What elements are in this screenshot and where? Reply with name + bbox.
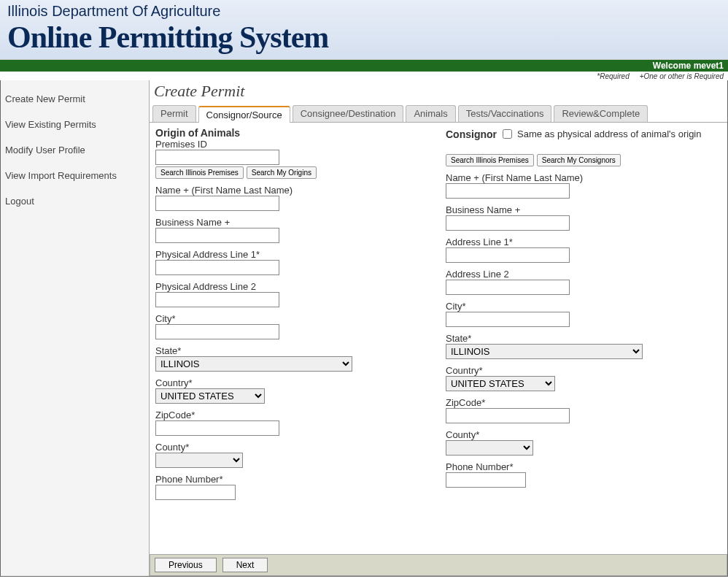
consignor-zip-label: ZipCode* — [446, 397, 721, 408]
next-button[interactable]: Next — [222, 558, 268, 572]
origin-business-label: Business Name + — [155, 217, 431, 228]
origin-city-label: City* — [155, 313, 431, 324]
consignor-county-label: County* — [446, 429, 721, 440]
sidebar-item-modify-user-profile[interactable]: Modify User Profile — [1, 137, 149, 163]
origin-name-label: Name + (First Name Last Name) — [155, 185, 431, 196]
premises-id-label: Premises ID — [155, 139, 431, 150]
origin-zip-input[interactable] — [155, 420, 279, 436]
origin-phone-label: Phone Number* — [155, 474, 431, 485]
welcome-bar: Welcome mevet1 — [0, 60, 728, 72]
sidebar: Create New Permit View Existing Permits … — [1, 80, 150, 576]
tab-consignee-destination[interactable]: Consignee/Destination — [293, 105, 404, 122]
sidebar-item-create-new-permit[interactable]: Create New Permit — [1, 86, 149, 112]
app-shell: Create New Permit View Existing Permits … — [0, 80, 728, 577]
origin-state-select[interactable]: ILLINOIS — [155, 356, 352, 372]
origin-phone-input[interactable] — [155, 485, 236, 500]
required-hints: *Required +One or other is Required — [0, 72, 728, 80]
search-my-origins-button[interactable]: Search My Origins — [247, 166, 317, 179]
origin-county-select[interactable] — [155, 453, 243, 468]
origin-column: Origin of Animals Premises ID Search Ill… — [155, 127, 431, 548]
department-name: Illinois Department Of Agriculture — [7, 3, 721, 20]
origin-business-input[interactable] — [155, 228, 279, 243]
tab-permit[interactable]: Permit — [152, 105, 196, 122]
consignor-column: Consignor Same as physical address of an… — [446, 127, 721, 548]
consignor-addr2-label: Address Line 2 — [446, 269, 721, 280]
tab-bar: Permit Consignor/Source Consignee/Destin… — [150, 105, 727, 123]
origin-country-select[interactable]: UNITED STATES — [155, 388, 265, 404]
tab-animals[interactable]: Animals — [406, 105, 455, 122]
consignor-addr2-input[interactable] — [446, 280, 570, 295]
consignor-state-label: State* — [446, 333, 721, 344]
sidebar-item-view-existing-permits[interactable]: View Existing Permits — [1, 112, 149, 137]
consignor-addr1-label: Address Line 1* — [446, 237, 721, 247]
same-as-origin-checkbox[interactable] — [503, 129, 512, 139]
consignor-zip-input[interactable] — [446, 408, 570, 423]
origin-country-label: Country* — [155, 377, 431, 388]
origin-county-label: County* — [155, 442, 431, 453]
consignor-business-label: Business Name + — [446, 204, 721, 215]
main-content: Create Permit Permit Consignor/Source Co… — [150, 80, 727, 576]
hint-one-or-other: +One or other is Required — [640, 72, 724, 80]
origin-addr1-label: Physical Address Line 1* — [155, 249, 431, 260]
consignor-city-label: City* — [446, 301, 721, 312]
search-my-consignors-button[interactable]: Search My Consignors — [537, 154, 621, 166]
origin-heading: Origin of Animals — [155, 127, 431, 139]
header-banner: Illinois Department Of Agriculture Onlin… — [0, 0, 728, 60]
origin-addr2-input[interactable] — [155, 292, 279, 307]
wizard-footer: Previous Next — [150, 554, 727, 576]
system-name: Online Permitting System — [7, 20, 721, 55]
hint-required: *Required — [597, 72, 629, 80]
origin-name-input[interactable] — [155, 196, 279, 211]
consignor-business-input[interactable] — [446, 215, 570, 231]
origin-addr2-label: Physical Address Line 2 — [155, 281, 431, 292]
consignor-state-select[interactable]: ILLINOIS — [446, 344, 643, 359]
consignor-heading: Consignor — [446, 128, 497, 140]
same-as-origin-label: Same as physical address of animal's ori… — [517, 128, 702, 139]
search-illinois-premises-button-origin[interactable]: Search Illinois Premises — [155, 166, 244, 179]
previous-button[interactable]: Previous — [155, 558, 217, 572]
page-title: Create Permit — [154, 82, 727, 101]
search-illinois-premises-button-consignor[interactable]: Search Illinois Premises — [446, 154, 534, 166]
form-body: Origin of Animals Premises ID Search Ill… — [150, 123, 727, 554]
sidebar-item-logout[interactable]: Logout — [1, 188, 149, 214]
consignor-phone-input[interactable] — [446, 472, 526, 488]
consignor-phone-label: Phone Number* — [446, 461, 721, 472]
consignor-country-label: Country* — [446, 365, 721, 376]
tab-tests-vaccinations[interactable]: Tests/Vaccinations — [458, 105, 552, 122]
tab-review-complete[interactable]: Review&Complete — [554, 105, 648, 122]
consignor-country-select[interactable]: UNITED STATES — [446, 376, 555, 391]
tab-consignor-source[interactable]: Consignor/Source — [198, 106, 290, 123]
origin-zip-label: ZipCode* — [155, 410, 431, 420]
origin-state-label: State* — [155, 345, 431, 356]
sidebar-item-view-import-requirements[interactable]: View Import Requirements — [1, 163, 149, 188]
consignor-name-input[interactable] — [446, 183, 570, 199]
origin-addr1-input[interactable] — [155, 260, 279, 275]
origin-city-input[interactable] — [155, 324, 279, 339]
consignor-name-label: Name + (First Name Last Name) — [446, 172, 721, 183]
consignor-city-input[interactable] — [446, 312, 570, 327]
premises-id-input[interactable] — [155, 150, 279, 165]
consignor-county-select[interactable] — [446, 440, 533, 456]
consignor-addr1-input[interactable] — [446, 247, 570, 263]
